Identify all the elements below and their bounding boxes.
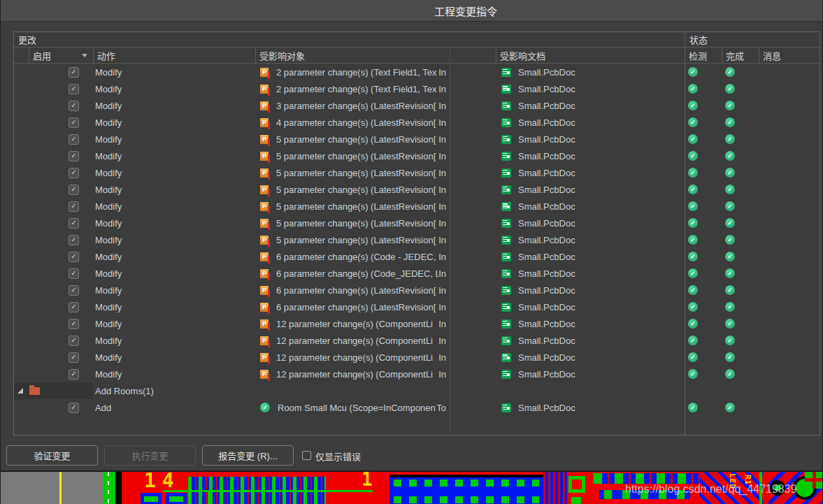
column-header-action[interactable]: 动作	[93, 48, 255, 63]
change-row[interactable]: ModifyP12 parameter change(s) (Component…	[14, 366, 820, 382]
column-header-affected-document[interactable]: 受影响文档	[496, 48, 685, 63]
change-row[interactable]: ModifyP4 parameter change(s) (LatestRevi…	[14, 114, 820, 131]
column-header-done[interactable]: 完成	[722, 48, 759, 63]
pcb-doc-icon	[501, 370, 511, 379]
row-enable-checkbox[interactable]	[69, 302, 79, 312]
affected-object-label: 6 parameter change(s) (Code_JEDEC, Li	[276, 268, 438, 279]
filter-dropdown-icon[interactable]	[82, 54, 87, 57]
row-enable-checkbox[interactable]	[69, 117, 79, 128]
execute-changes-button[interactable]: 执行变更	[104, 445, 196, 466]
link-word: In	[438, 302, 450, 312]
pcb-doc-icon	[501, 303, 511, 312]
row-enable-checkbox[interactable]	[69, 151, 79, 161]
row-enable-checkbox[interactable]	[69, 336, 79, 346]
report-changes-button[interactable]: 报告变更 (R)...	[202, 445, 294, 466]
done-ok-icon	[725, 168, 735, 178]
change-row[interactable]: ModifyP5 parameter change(s) (LatestRevi…	[14, 164, 820, 181]
object-column-divider	[450, 48, 450, 435]
change-row[interactable]: ModifyP5 parameter change(s) (LatestRevi…	[14, 198, 820, 215]
affected-document-cell: Small.PcbDoc	[496, 114, 685, 131]
action-label: Modify	[93, 282, 255, 298]
change-row[interactable]: ModifyP6 parameter change(s) (Code_JEDEC…	[14, 265, 820, 282]
change-row[interactable]: ModifyP5 parameter change(s) (LatestRevi…	[14, 181, 820, 198]
change-row[interactable]: AddRoom Small Mcu (Scope=InComponenToSma…	[14, 399, 820, 416]
spacer-cell	[450, 349, 496, 366]
check-ok-icon	[688, 201, 698, 211]
message-cell	[759, 399, 820, 416]
change-row[interactable]: ModifyP2 parameter change(s) (Text Field…	[14, 64, 820, 80]
column-header-enable[interactable]: 启用	[29, 48, 93, 63]
change-row[interactable]: ModifyP6 parameter change(s) (LatestRevi…	[14, 282, 820, 298]
affected-object-label: 5 parameter change(s) (LatestRevision[	[276, 134, 438, 145]
row-enable-checkbox[interactable]	[69, 369, 79, 380]
check-ok-icon	[688, 67, 698, 77]
change-row[interactable]: ModifyP5 parameter change(s) (LatestRevi…	[14, 131, 820, 147]
column-header-gutter	[14, 48, 29, 63]
change-row[interactable]: ModifyP12 parameter change(s) (Component…	[14, 332, 820, 349]
only-show-errors-checkbox[interactable]	[302, 451, 311, 460]
affected-object-cell: P5 parameter change(s) (LatestRevision[I…	[255, 164, 450, 181]
pcb-doc-icon	[501, 236, 511, 245]
check-ok-icon	[688, 285, 698, 295]
pcb-board-margin	[1, 472, 103, 504]
row-enable-checkbox[interactable]	[69, 285, 79, 296]
expand-collapse-icon[interactable]	[17, 388, 23, 394]
change-row[interactable]: ModifyP5 parameter change(s) (LatestRevi…	[14, 215, 820, 231]
change-row[interactable]: ModifyP6 parameter change(s) (LatestRevi…	[14, 298, 820, 315]
spacer-cell	[450, 298, 496, 315]
done-status-cell	[722, 265, 759, 282]
message-cell	[759, 265, 820, 282]
done-status-cell	[722, 315, 759, 332]
change-row[interactable]: ModifyP5 parameter change(s) (LatestRevi…	[14, 147, 820, 164]
row-enable-checkbox[interactable]	[69, 185, 79, 195]
row-enable-checkbox[interactable]	[69, 101, 79, 111]
check-status-cell	[685, 64, 722, 80]
action-label: Modify	[93, 265, 255, 282]
link-word: In	[438, 268, 450, 279]
row-enable-checkbox[interactable]	[69, 67, 79, 78]
row-gutter	[14, 298, 29, 315]
row-enable-checkbox[interactable]	[69, 168, 79, 178]
row-enable-checkbox[interactable]	[69, 235, 79, 245]
row-enable-checkbox[interactable]	[69, 319, 79, 329]
pcb-doc-icon	[501, 68, 511, 77]
link-word: In	[438, 285, 450, 296]
change-row[interactable]: ModifyP6 parameter change(s) (Code - JED…	[14, 248, 820, 265]
column-header-check[interactable]: 检测	[685, 48, 722, 63]
enable-cell	[29, 97, 93, 114]
message-cell	[759, 181, 820, 198]
link-word: In	[438, 218, 450, 229]
row-enable-checkbox[interactable]	[69, 218, 79, 229]
row-enable-checkbox[interactable]	[69, 268, 79, 279]
link-word: In	[438, 67, 450, 78]
affected-object-label: 5 parameter change(s) (LatestRevision[	[276, 185, 438, 195]
group-row[interactable]: Add Rooms(1)	[14, 382, 820, 399]
check-ok-icon	[688, 352, 698, 362]
column-header-message[interactable]: 消息	[759, 48, 820, 63]
done-ok-icon	[725, 336, 735, 345]
affected-object-label: Room Small Mcu (Scope=InComponen	[278, 403, 436, 413]
affected-object-label: 12 parameter change(s) (ComponentLi	[276, 319, 438, 329]
validate-changes-button[interactable]: 验证变更	[6, 445, 98, 466]
message-cell	[759, 64, 820, 80]
change-row[interactable]: ModifyP3 parameter change(s) (LatestRevi…	[14, 97, 820, 114]
action-label: Modify	[93, 147, 255, 164]
change-row[interactable]: ModifyP5 parameter change(s) (LatestRevi…	[14, 231, 820, 248]
change-row[interactable]: ModifyP12 parameter change(s) (Component…	[14, 315, 820, 332]
affected-document-label: Small.PcbDoc	[518, 302, 575, 312]
link-word: In	[438, 235, 450, 245]
column-header-affected-object[interactable]: 受影响对象	[255, 48, 450, 63]
row-enable-checkbox[interactable]	[69, 403, 79, 413]
change-row[interactable]: ModifyP2 parameter change(s) (Text Field…	[14, 80, 820, 97]
row-enable-checkbox[interactable]	[69, 252, 79, 262]
row-enable-checkbox[interactable]	[69, 201, 79, 212]
check-status-cell	[685, 399, 722, 416]
change-row[interactable]: ModifyP12 parameter change(s) (Component…	[14, 349, 820, 366]
pcb-ic-footprint	[389, 475, 543, 504]
action-label: Modify	[93, 114, 255, 131]
row-enable-checkbox[interactable]	[69, 84, 79, 94]
row-enable-checkbox[interactable]	[69, 134, 79, 145]
row-enable-checkbox[interactable]	[69, 352, 79, 363]
action-label: Modify	[93, 298, 255, 315]
message-cell	[759, 164, 820, 181]
